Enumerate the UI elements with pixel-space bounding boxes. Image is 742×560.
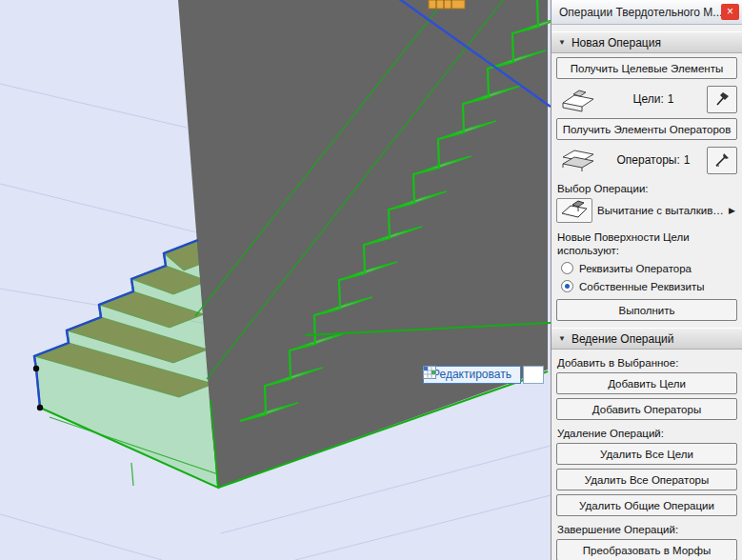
edit-tooltip-label: Редактировать — [423, 366, 521, 384]
selection-handle[interactable] — [33, 366, 39, 371]
convert-to-morphs-button[interactable]: Преобразовать в Морфы — [556, 539, 737, 560]
add-targets-button[interactable]: Добавить Цели — [556, 372, 737, 394]
pet-palette-icon — [423, 366, 436, 379]
3d-scene — [0, 0, 551, 560]
pick-operators-button[interactable] — [707, 147, 737, 174]
operation-selector[interactable]: Вычитание с выталкивание... ▶ — [556, 197, 737, 224]
operators-count-label: Операторы: 1 — [600, 153, 707, 167]
section-new-operation-label: Новая Операция — [572, 36, 661, 50]
section-manage-operations-label: Ведение Операций — [572, 332, 674, 346]
add-operators-button[interactable]: Добавить Операторы — [556, 398, 737, 420]
pick-operator-tool-icon — [713, 151, 731, 169]
radio-own-attributes[interactable]: Собственные Реквизиты — [561, 280, 732, 292]
collapse-icon: ▼ — [558, 38, 566, 47]
delete-all-operators-button[interactable]: Удалить Все Операторы — [556, 469, 737, 490]
close-icon[interactable]: × — [721, 4, 739, 20]
section-manage-operations[interactable]: ▼ Ведение Операций — [551, 328, 742, 350]
delete-all-targets-button[interactable]: Удалить Все Цели — [556, 443, 737, 465]
get-targets-button[interactable]: Получить Целевые Элементы — [556, 57, 737, 79]
section-new-operation[interactable]: ▼ Новая Операция — [551, 31, 742, 53]
pick-target-tool-icon — [713, 90, 731, 108]
palette-titlebar[interactable]: Операции Твердотельного М... × — [551, 0, 742, 25]
3d-viewport[interactable]: Редактировать — [0, 0, 551, 560]
edit-tooltip: Редактировать — [423, 366, 544, 384]
radio-operator-attributes[interactable]: Реквизиты Оператора — [561, 262, 732, 274]
palette-title: Операции Твердотельного М... — [559, 6, 721, 19]
targets-icon — [556, 86, 600, 112]
pet-palette-button[interactable] — [523, 366, 544, 384]
operation-type-icon — [556, 198, 592, 223]
dropdown-arrow-icon: ▶ — [729, 206, 735, 215]
selected-stair-body[interactable] — [34, 240, 218, 488]
wall-element[interactable] — [178, 0, 548, 488]
delete-operations-label: Удаление Операций: — [557, 428, 736, 439]
solid-operations-palette: Операции Твердотельного М... × ▼ Новая О… — [551, 0, 742, 560]
radio-operator-attributes-label: Реквизиты Оператора — [579, 263, 692, 274]
section-marker[interactable] — [429, 0, 465, 9]
radio-own-attributes-label: Собственные Реквизиты — [579, 281, 704, 292]
operators-row: Операторы: 1 — [556, 145, 737, 175]
surfaces-label-line1: Новые Поверхности Цели — [557, 231, 736, 243]
execute-button[interactable]: Выполнить — [556, 299, 737, 321]
targets-count: 1 — [668, 92, 674, 106]
targets-count-label: Цели: 1 — [600, 92, 707, 106]
choose-operation-label: Выбор Операции: — [557, 183, 736, 194]
selection-handle[interactable] — [37, 405, 43, 410]
get-operators-button[interactable]: Получить Элементы Операторов — [556, 118, 737, 140]
pick-targets-button[interactable] — [707, 86, 737, 113]
operators-icon — [556, 147, 600, 173]
surfaces-label-line2: используют: — [557, 245, 736, 256]
finish-operations-label: Завершение Операций: — [557, 524, 736, 535]
add-to-selection-label: Добавить в Выбранное: — [557, 357, 736, 369]
radio-own-attributes-circle[interactable] — [561, 280, 573, 292]
operation-selector-value: Вычитание с выталкивание... — [592, 205, 728, 216]
operators-count: 1 — [684, 153, 691, 167]
collapse-icon: ▼ — [558, 334, 566, 343]
targets-row: Цели: 1 — [556, 84, 737, 114]
radio-operator-attributes-circle[interactable] — [561, 262, 573, 274]
delete-common-operations-button[interactable]: Удалить Общие Операции — [556, 494, 737, 516]
